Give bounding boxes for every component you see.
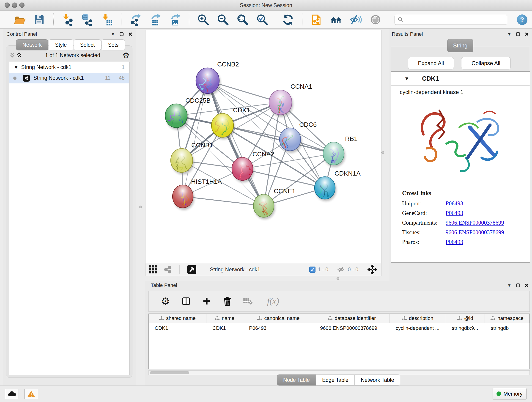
table-cell[interactable]: stringdb:9... [446,323,485,333]
collapse-triangle-icon[interactable]: ▼ [15,65,17,70]
crosslink-link[interactable]: P06493 [446,200,463,207]
panel-menu-button[interactable]: ▼ [506,31,513,37]
column-header-canonical-name[interactable]: canonical name [243,314,314,323]
tab-style[interactable]: Style [49,39,73,51]
panel-close-button[interactable] [127,31,134,37]
search-input[interactable] [404,15,504,24]
grid-view-button[interactable] [148,263,158,276]
network-node-CDKN1A[interactable]: CDKN1A [315,170,361,210]
open-session-button[interactable] [13,13,26,26]
tab-node-table[interactable]: Node Table [277,375,316,385]
network-canvas[interactable]: CCNB2CCNA1CDC25BCDK1CDC6RB1CCNB1CCNA2CDK… [145,30,381,263]
export-table-button[interactable] [148,13,162,26]
zoom-selected-button[interactable] [256,13,269,26]
crosslink-link[interactable]: 9606.ENSP00000378699 [446,220,504,226]
memory-label: Memory [503,391,522,397]
cloud-status-button[interactable] [5,389,19,399]
expand-all-networks-button[interactable] [16,52,23,58]
import-database-icon [81,13,94,26]
network-edge[interactable] [222,125,334,153]
panel-float-button[interactable] [118,31,125,37]
network-row-selected[interactable]: String Network - cdk1 11 48 [9,73,129,83]
crosslink-row: Uniprot:P06493 [402,200,530,207]
table-row[interactable]: CDK1CDK1P064939606.ENSP00000378699cyclin… [149,323,530,333]
add-column-button[interactable] [201,295,212,307]
table-options-button[interactable]: ⚙ [160,295,171,307]
hscrollbar-thumb[interactable] [150,371,189,374]
warnings-button[interactable] [24,389,38,399]
network-node-HIST1H1A[interactable]: HIST1H1A [172,178,222,220]
import-table-button[interactable] [100,13,114,26]
table-cell[interactable]: 9606.ENSP00000378699 [314,323,390,333]
zoom-fit-button[interactable] [236,13,249,26]
update-button[interactable] [281,13,295,26]
panel-close-button[interactable] [523,282,530,288]
import-network-database-button[interactable] [81,13,94,26]
tab-network-table[interactable]: Network Table [355,375,400,385]
collapse-all-networks-button[interactable] [9,52,16,58]
export-image-button[interactable] [168,13,181,26]
expand-all-button[interactable]: Expand All [408,57,454,70]
help-button[interactable]: ? [517,14,527,25]
tab-select[interactable]: Select [74,39,101,51]
enhanced-graphics-button[interactable] [349,13,362,26]
tab-network[interactable]: Network [16,39,48,51]
zoom-out-button[interactable] [216,13,230,26]
tab-string[interactable]: String [447,39,473,52]
string-home-button[interactable] [329,13,343,26]
network-edge[interactable] [208,81,264,206]
left-splitter-handle[interactable] [139,206,142,208]
right-splitter-handle[interactable] [381,151,384,154]
crosslink-link[interactable]: P06493 [446,239,463,245]
crosslink-link[interactable]: P06493 [446,210,463,216]
column-header--id[interactable]: @id [446,314,485,323]
show-columns-button[interactable] [180,295,192,307]
panel-menu-button[interactable]: ▼ [506,282,513,288]
delete-column-button[interactable] [222,295,233,307]
results-panel-title: Results Panel [392,31,423,37]
zoom-in-button[interactable] [196,13,210,26]
column-header-name[interactable]: name [206,314,243,323]
bottom-splitter-handle[interactable] [336,277,339,280]
collapse-triangle-icon[interactable]: ▼ [405,76,408,81]
table-cell[interactable]: CDK1 [149,323,206,333]
open-folder-icon [13,13,26,26]
column-header-database-identifier[interactable]: database identifier [314,314,390,323]
fit-selected-button[interactable] [366,263,379,276]
delete-table-button[interactable] [242,295,254,307]
selected-nodes-checkbox[interactable] [309,267,316,273]
table-cell[interactable]: P06493 [243,323,314,333]
column-header-description[interactable]: description [390,314,446,323]
tab-sets[interactable]: Sets [101,39,125,51]
network-node-CCNE1[interactable]: CCNE1 [253,187,296,230]
network-node-CDC25B[interactable]: CDC25B [161,97,210,140]
column-header-shared-name[interactable]: shared name [149,314,206,323]
birdseye-view-button[interactable] [186,263,197,276]
memory-button[interactable]: Memory [493,388,526,400]
import-network-file-button[interactable] [61,13,74,26]
network-edge[interactable] [183,196,264,206]
panel-menu-button[interactable]: ▼ [109,31,116,37]
main-toolbar: ? [0,11,532,29]
panel-close-button[interactable] [523,31,530,37]
crosslink-link[interactable]: 9606.ENSP00000378699 [446,229,504,236]
collapse-all-button[interactable]: Collapse All [461,57,511,70]
share-view-button[interactable] [162,263,173,276]
tab-edge-table[interactable]: Edge Table [316,375,355,385]
panel-float-button[interactable] [515,282,521,288]
export-network-button[interactable] [129,13,142,26]
string-protein-query-button[interactable] [310,13,323,26]
crosslinks-heading: CrossLinks [402,190,530,197]
protein-card-header[interactable]: ▼ CDK1 [391,72,530,86]
table-cell[interactable]: stringdb [485,323,530,333]
network-collection-row[interactable]: ▼ String Network - cdk1 1 [9,62,129,73]
table-cell[interactable]: CDK1 [206,323,243,333]
save-session-button[interactable] [32,13,46,26]
table-cell[interactable]: cyclin-dependent ... [390,323,446,333]
column-header-namespace[interactable]: namespace [485,314,530,323]
network-options-button[interactable]: ⚙ [123,52,129,58]
glass-ball-effect-button[interactable] [369,13,382,26]
apply-function-button[interactable]: f(x) [263,295,283,307]
export-image-icon [169,13,181,26]
panel-float-button[interactable] [515,31,521,37]
